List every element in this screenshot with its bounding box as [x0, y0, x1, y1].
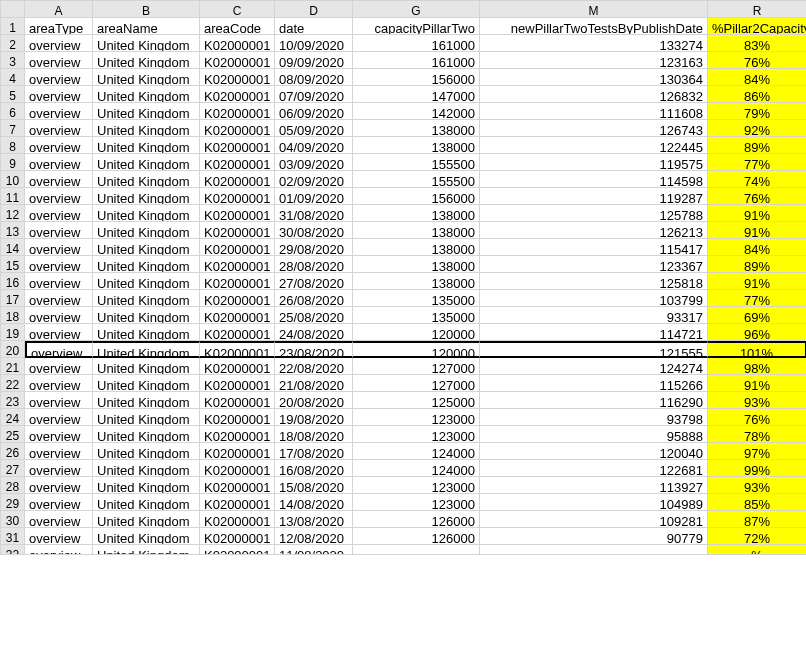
cell[interactable]: 85% [708, 494, 806, 511]
cell[interactable]: K02000001 [200, 511, 275, 528]
cell[interactable]: overview [25, 545, 93, 555]
cell[interactable]: 133274 [480, 35, 708, 52]
cell[interactable]: United Kingdom [93, 443, 200, 460]
cell[interactable]: 84% [708, 239, 806, 256]
cell[interactable]: United Kingdom [93, 120, 200, 137]
cell[interactable]: K02000001 [200, 103, 275, 120]
cell[interactable]: 72% [708, 528, 806, 545]
cell[interactable]: United Kingdom [93, 256, 200, 273]
cell[interactable]: 17/08/2020 [275, 443, 353, 460]
cell[interactable]: United Kingdom [93, 103, 200, 120]
cell[interactable]: 04/09/2020 [275, 137, 353, 154]
cell[interactable]: 111608 [480, 103, 708, 120]
cell[interactable]: United Kingdom [93, 460, 200, 477]
column-header-R[interactable]: R [708, 1, 806, 18]
row-header-25[interactable]: 25 [1, 426, 25, 443]
cell[interactable]: 06/09/2020 [275, 103, 353, 120]
cell[interactable]: 76% [708, 188, 806, 205]
cell[interactable]: overview [25, 222, 93, 239]
cell[interactable]: K02000001 [200, 154, 275, 171]
cell[interactable]: overview [25, 103, 93, 120]
cell[interactable]: 13/08/2020 [275, 511, 353, 528]
cell[interactable]: United Kingdom [93, 341, 200, 358]
cell[interactable]: 76% [708, 52, 806, 69]
cell[interactable]: United Kingdom [93, 426, 200, 443]
cell[interactable]: 20/08/2020 [275, 392, 353, 409]
cell[interactable]: 109281 [480, 511, 708, 528]
cell[interactable]: United Kingdom [93, 69, 200, 86]
cell[interactable]: K02000001 [200, 443, 275, 460]
column-header-B[interactable]: B [93, 1, 200, 18]
row-header-12[interactable]: 12 [1, 205, 25, 222]
cell[interactable]: 78% [708, 426, 806, 443]
header-cell[interactable]: areaName [93, 18, 200, 35]
cell[interactable]: overview [25, 188, 93, 205]
cell[interactable]: United Kingdom [93, 324, 200, 341]
cell[interactable]: 123000 [353, 426, 480, 443]
cell[interactable]: overview [25, 528, 93, 545]
cell[interactable]: K02000001 [200, 222, 275, 239]
cell[interactable]: United Kingdom [93, 307, 200, 324]
cell[interactable]: overview [25, 477, 93, 494]
cell[interactable]: K02000001 [200, 341, 275, 358]
cell[interactable]: 115266 [480, 375, 708, 392]
cell[interactable] [353, 545, 480, 555]
header-cell[interactable]: areaCode [200, 18, 275, 35]
cell[interactable]: 116290 [480, 392, 708, 409]
cell[interactable]: overview [25, 239, 93, 256]
cell[interactable]: 77% [708, 290, 806, 307]
cell[interactable]: 89% [708, 137, 806, 154]
cell[interactable]: overview [25, 494, 93, 511]
select-all-corner[interactable] [1, 1, 25, 18]
cell[interactable]: 123163 [480, 52, 708, 69]
cell[interactable]: 89% [708, 256, 806, 273]
cell[interactable]: 127000 [353, 375, 480, 392]
row-header-32[interactable]: 32 [1, 545, 25, 555]
cell[interactable]: 11/08/2020 [275, 545, 353, 555]
row-header-14[interactable]: 14 [1, 239, 25, 256]
row-header-26[interactable]: 26 [1, 443, 25, 460]
cell[interactable]: K02000001 [200, 324, 275, 341]
cell[interactable]: 01/09/2020 [275, 188, 353, 205]
cell[interactable]: K02000001 [200, 528, 275, 545]
cell[interactable]: 123000 [353, 494, 480, 511]
row-header-9[interactable]: 9 [1, 154, 25, 171]
spreadsheet-grid[interactable]: ABCDGMR1areaTypeareaNameareaCodedatecapa… [0, 0, 806, 555]
cell[interactable]: United Kingdom [93, 205, 200, 222]
cell[interactable]: United Kingdom [93, 511, 200, 528]
row-header-22[interactable]: 22 [1, 375, 25, 392]
cell[interactable]: K02000001 [200, 426, 275, 443]
cell[interactable]: K02000001 [200, 409, 275, 426]
cell[interactable]: K02000001 [200, 477, 275, 494]
cell[interactable]: K02000001 [200, 52, 275, 69]
row-header-1[interactable]: 1 [1, 18, 25, 35]
cell[interactable]: 05/09/2020 [275, 120, 353, 137]
cell[interactable]: 99% [708, 460, 806, 477]
cell[interactable]: 161000 [353, 52, 480, 69]
cell[interactable]: United Kingdom [93, 392, 200, 409]
cell[interactable]: 02/09/2020 [275, 171, 353, 188]
cell[interactable]: overview [25, 341, 93, 358]
cell[interactable]: 08/09/2020 [275, 69, 353, 86]
cell[interactable]: 122445 [480, 137, 708, 154]
header-cell[interactable]: areaType [25, 18, 93, 35]
cell[interactable]: overview [25, 137, 93, 154]
cell[interactable]: overview [25, 256, 93, 273]
cell[interactable]: 07/09/2020 [275, 86, 353, 103]
cell[interactable]: overview [25, 307, 93, 324]
row-header-23[interactable]: 23 [1, 392, 25, 409]
cell[interactable]: 126743 [480, 120, 708, 137]
cell[interactable]: 16/08/2020 [275, 460, 353, 477]
cell[interactable]: 09/09/2020 [275, 52, 353, 69]
cell[interactable]: overview [25, 69, 93, 86]
cell[interactable]: United Kingdom [93, 358, 200, 375]
cell[interactable]: 91% [708, 273, 806, 290]
cell[interactable]: 126000 [353, 528, 480, 545]
cell[interactable]: 156000 [353, 69, 480, 86]
cell[interactable]: 10/09/2020 [275, 35, 353, 52]
cell[interactable]: 126000 [353, 511, 480, 528]
cell[interactable]: 138000 [353, 205, 480, 222]
cell[interactable]: K02000001 [200, 188, 275, 205]
cell[interactable]: 03/09/2020 [275, 154, 353, 171]
row-header-4[interactable]: 4 [1, 69, 25, 86]
